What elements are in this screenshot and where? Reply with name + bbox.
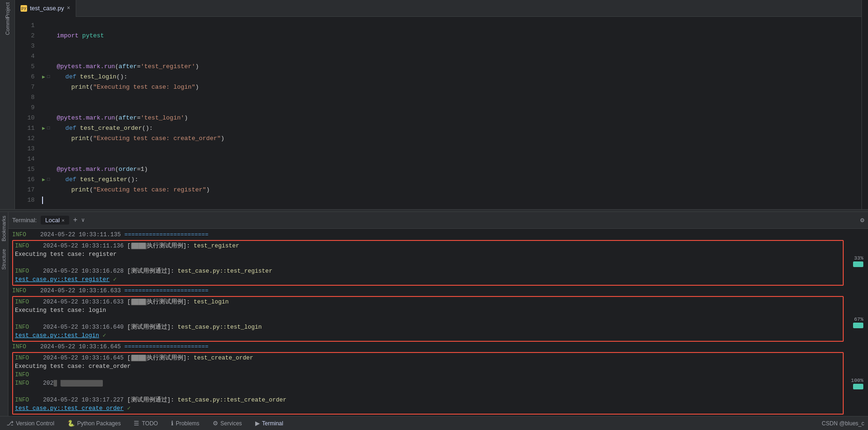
terminal-line-6: INFO 2024-05-22 10:33:16.633 ===========… bbox=[12, 287, 844, 295]
code-line-7: print("Executing test case: login") bbox=[38, 82, 861, 92]
terminal-content: INFO 2024-05-22 10:33:11.135 ===========… bbox=[8, 229, 868, 416]
code-line-2: import pytest bbox=[38, 31, 861, 41]
status-version-control[interactable]: ⎇ Version Control bbox=[4, 419, 57, 428]
code-line-10: @pytest.mark.run(after='test_login') bbox=[38, 113, 861, 123]
editor-container: py test_case.py × 1 2 3 4 5 6 7 8 9 10 1… bbox=[15, 0, 861, 209]
code-line-15: @pytest.mark.run(order=1) bbox=[38, 164, 861, 175]
version-control-icon: ⎇ bbox=[7, 420, 14, 427]
code-line-6: ▶ □ def test_login(): bbox=[38, 72, 861, 82]
python-packages-label: Python Packages bbox=[77, 420, 121, 427]
left-sidebar: Project Commit bbox=[0, 0, 15, 209]
code-editor: 1 2 3 4 5 6 7 8 9 10 11 12 13 14 15 16 1… bbox=[15, 17, 861, 209]
version-control-label: Version Control bbox=[16, 420, 54, 427]
terminal-line-1: INFO 2024-05-22 10:33:11.135 ===========… bbox=[12, 231, 844, 239]
code-line-8 bbox=[38, 92, 861, 103]
scroll-pct-100: 100% bbox=[851, 378, 863, 383]
terminal-line-7: INFO 2024-05-22 10:33:16.633 [████执行测试用例… bbox=[15, 298, 841, 306]
terminal-icon: ▶ bbox=[255, 420, 260, 427]
terminal-line-empty3 bbox=[15, 388, 841, 396]
status-services[interactable]: ⚙ Services bbox=[210, 419, 245, 428]
terminal-line-15: INFO 202█ ████████████ bbox=[15, 379, 841, 388]
run-icon-6[interactable]: ▶ bbox=[42, 72, 45, 82]
tab-filename: test_case.py bbox=[30, 5, 64, 12]
sidebar-item-commit[interactable]: Commit bbox=[1, 20, 14, 33]
status-python-packages[interactable]: 🐍 Python Packages bbox=[65, 419, 123, 428]
status-right-text: CSDN @blues_c bbox=[822, 420, 864, 427]
terminal-settings-icon[interactable]: ⚙ bbox=[861, 216, 864, 224]
sidebar-bookmarks[interactable]: Bookmarks bbox=[0, 212, 8, 245]
scroll-pct-33: 33% bbox=[854, 255, 863, 261]
sidebar-structure[interactable]: Structure bbox=[0, 245, 8, 274]
fold-icon-11[interactable]: □ bbox=[47, 123, 50, 134]
code-line-16: ▶ □ def test_register(): bbox=[38, 175, 861, 185]
terminal-tab-close[interactable]: × bbox=[62, 218, 65, 223]
code-line-18 bbox=[38, 195, 861, 205]
code-line-5: @pytest.mark.run(after='test_register') bbox=[38, 62, 861, 72]
code-line-3 bbox=[38, 41, 861, 51]
terminal-output: INFO 2024-05-22 10:33:11.135 ===========… bbox=[12, 231, 844, 414]
code-lines: import pytest @pytest.mark.run(after='te… bbox=[38, 17, 861, 209]
tab-close-button[interactable]: × bbox=[67, 5, 70, 12]
file-tab[interactable]: py test_case.py × bbox=[15, 0, 76, 17]
status-bar: ⎇ Version Control 🐍 Python Packages ☰ TO… bbox=[0, 416, 868, 430]
scroll-pct-67: 67% bbox=[854, 317, 863, 322]
terminal-status-label: Terminal bbox=[262, 420, 283, 427]
run-icon-11[interactable]: ▶ bbox=[42, 123, 45, 134]
sidebar-item-project[interactable]: Project bbox=[1, 4, 14, 17]
scroll-indicators: 33% 67% 100% bbox=[846, 231, 864, 414]
status-problems[interactable]: ℹ Problems bbox=[168, 419, 202, 428]
services-icon: ⚙ bbox=[213, 420, 218, 427]
scroll-indicator-100: 100% bbox=[851, 378, 863, 389]
code-line-12: print("Executing test case: create_order… bbox=[38, 134, 861, 144]
terminal-panel: Bookmarks Structure Terminal: Local × + … bbox=[0, 212, 868, 416]
scroll-bar-33 bbox=[853, 261, 863, 267]
terminal-tab-name: Local bbox=[45, 217, 60, 224]
todo-label: TODO bbox=[142, 420, 158, 427]
terminal-tab-local[interactable]: Local × bbox=[41, 216, 70, 225]
terminal-add-button[interactable]: + bbox=[71, 216, 79, 225]
code-line-9 bbox=[38, 103, 861, 113]
terminal-label: Terminal: bbox=[12, 217, 37, 224]
code-line-17: print("Executing test case: register") bbox=[38, 185, 861, 195]
todo-icon: ☰ bbox=[134, 420, 139, 427]
run-icon-16[interactable]: ▶ bbox=[42, 175, 45, 185]
tab-bar: py test_case.py × bbox=[15, 0, 861, 17]
file-icon: py bbox=[21, 5, 27, 12]
python-packages-icon: 🐍 bbox=[67, 420, 75, 427]
terminal-line-9: INFO 2024-05-22 10:33:16.640 [测试用例通过]: t… bbox=[15, 323, 841, 331]
scroll-bar-100 bbox=[853, 384, 863, 389]
code-line-13 bbox=[38, 144, 861, 154]
scroll-indicator-33: 33% bbox=[853, 255, 863, 267]
terminal-line-12: INFO 2024-05-22 10:33:16.645 [████执行测试用例… bbox=[15, 354, 841, 362]
status-terminal[interactable]: ▶ Terminal bbox=[252, 419, 286, 428]
terminal-line-17: test_case.py::test_create_order ✓ bbox=[15, 404, 841, 413]
terminal-dropdown[interactable]: ∨ bbox=[81, 217, 85, 224]
problems-icon: ℹ bbox=[171, 420, 173, 427]
terminal-line-5: test_case.py::test_register ✓ bbox=[15, 275, 841, 284]
terminal-box-login: INFO 2024-05-22 10:33:16.633 [████执行测试用例… bbox=[12, 296, 844, 342]
left-sidebar-bottom: Bookmarks Structure bbox=[0, 212, 8, 416]
terminal-line-10: test_case.py::test_login ✓ bbox=[15, 331, 841, 340]
code-line-1 bbox=[38, 21, 861, 31]
code-line-4 bbox=[38, 51, 861, 62]
terminal-line-13: Executing test case: create_order bbox=[15, 362, 841, 371]
scroll-indicator-67: 67% bbox=[853, 317, 863, 328]
terminal-line-16: INFO 2024-05-22 10:33:17.227 [测试用例通过]: t… bbox=[15, 396, 841, 404]
terminal-line-8: Executing test case: login bbox=[15, 306, 841, 315]
terminal-line-empty1 bbox=[15, 259, 841, 267]
terminal-box-create-order: INFO 2024-05-22 10:33:16.645 [████执行测试用例… bbox=[12, 352, 844, 415]
terminal-line-14: INFO bbox=[15, 371, 841, 379]
terminal-line-11: INFO 2024-05-22 10:33:16.645 ===========… bbox=[12, 343, 844, 351]
terminal-line-3: Executing test case: register bbox=[15, 250, 841, 259]
terminal-line-4: INFO 2024-05-22 10:33:16.628 [测试用例通过]: t… bbox=[15, 267, 841, 275]
status-todo[interactable]: ☰ TODO bbox=[131, 419, 160, 428]
code-line-11: ▶ □ def test_create_order(): bbox=[38, 123, 861, 134]
fold-icon-6[interactable]: □ bbox=[47, 72, 50, 82]
services-label: Services bbox=[221, 420, 242, 427]
code-line-14 bbox=[38, 154, 861, 164]
terminal-area: Terminal: Local × + ∨ ⚙ INFO 2024-05-22 … bbox=[8, 212, 868, 416]
problems-label: Problems bbox=[176, 420, 200, 427]
fold-icon-16[interactable]: □ bbox=[47, 175, 50, 185]
terminal-tab-bar: Terminal: Local × + ∨ ⚙ bbox=[8, 212, 868, 229]
scroll-bar-67 bbox=[853, 323, 863, 328]
